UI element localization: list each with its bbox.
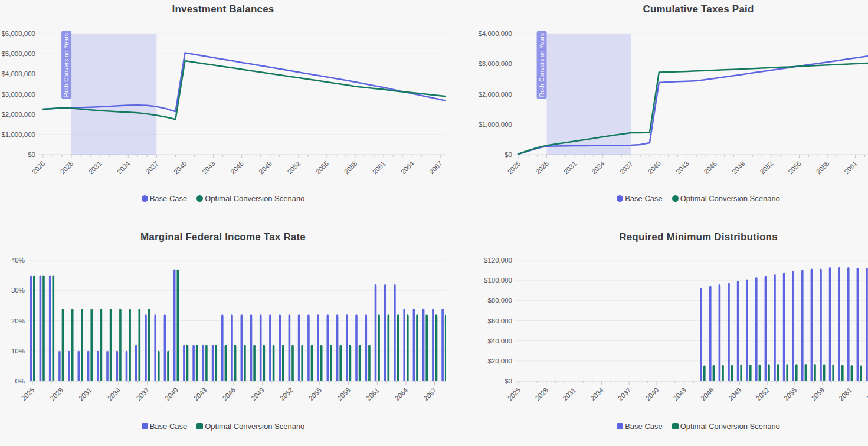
x-tick-label: 2049 bbox=[727, 386, 743, 402]
legend-item-optimal[interactable]: Optimal Conversion Scenario bbox=[672, 194, 780, 203]
x-tick-label: 2064 bbox=[865, 386, 868, 402]
bar bbox=[212, 345, 214, 382]
bar bbox=[202, 345, 205, 382]
x-tick-label: 2046 bbox=[703, 160, 719, 176]
bar bbox=[126, 351, 128, 381]
bar bbox=[866, 268, 868, 381]
y-tick-label: $5,000,000 bbox=[1, 50, 35, 57]
x-tick-label: 2034 bbox=[116, 160, 132, 176]
x-tick-label: 2037 bbox=[617, 386, 633, 402]
x-tick-label: 2031 bbox=[561, 386, 577, 402]
bar bbox=[173, 269, 176, 381]
bar bbox=[225, 345, 227, 382]
bar bbox=[841, 365, 844, 381]
bar bbox=[263, 345, 266, 382]
bar bbox=[407, 314, 409, 381]
bar bbox=[740, 365, 742, 381]
bar bbox=[154, 314, 156, 381]
chart-card-rmd: Required Minimum Distributions 202520282… bbox=[446, 223, 868, 446]
x-tick-label: 2052 bbox=[755, 386, 771, 402]
bar bbox=[205, 345, 208, 382]
chart-card-cumulative-taxes: Cumulative Taxes Paid Roth Conversion Ye… bbox=[446, 0, 868, 223]
bar bbox=[282, 345, 284, 382]
bar bbox=[805, 364, 807, 381]
x-tick-label: 2034 bbox=[106, 386, 122, 402]
bar bbox=[215, 345, 217, 382]
legend-item-optimal[interactable]: Optimal Conversion Scenario bbox=[196, 422, 304, 431]
x-tick-label: 2034 bbox=[590, 160, 606, 176]
x-tick-label: 2055 bbox=[307, 386, 323, 402]
bar bbox=[279, 314, 281, 381]
legend-swatch-base-case bbox=[142, 423, 148, 429]
bar bbox=[755, 277, 758, 381]
y-tick-label: $0 bbox=[505, 151, 512, 158]
bar bbox=[416, 314, 418, 381]
bar bbox=[774, 274, 776, 381]
legend-item-base-case[interactable]: Base Case bbox=[617, 422, 663, 431]
bar bbox=[53, 276, 55, 381]
legend-swatch-base-case bbox=[142, 195, 148, 202]
bar bbox=[298, 314, 300, 381]
bar bbox=[58, 351, 61, 381]
bar bbox=[783, 273, 785, 381]
y-tick-label: 20% bbox=[11, 317, 25, 324]
bar bbox=[346, 314, 348, 381]
bar bbox=[269, 314, 271, 381]
x-tick-label: 2049 bbox=[258, 160, 274, 176]
x-tick-label: 2040 bbox=[647, 160, 663, 176]
roth-conversion-region bbox=[547, 34, 631, 155]
legend-label-base-case: Base Case bbox=[150, 194, 188, 203]
bar bbox=[339, 345, 342, 382]
legend-item-optimal[interactable]: Optimal Conversion Scenario bbox=[196, 194, 304, 203]
bar bbox=[823, 364, 826, 381]
investment-balances-plot: Roth Conversion Years2025202820312034203… bbox=[0, 0, 446, 225]
bar bbox=[397, 314, 399, 381]
x-tick-label: 2067 bbox=[428, 160, 444, 176]
roth-conversion-label: Roth Conversion Years bbox=[539, 33, 545, 97]
bar bbox=[196, 345, 198, 382]
x-tick-label: 2043 bbox=[201, 160, 217, 176]
bar bbox=[368, 345, 371, 382]
bar bbox=[749, 365, 752, 381]
bar bbox=[759, 365, 761, 381]
bar bbox=[349, 345, 352, 382]
bar bbox=[413, 309, 415, 381]
bar bbox=[273, 345, 275, 382]
bar bbox=[158, 351, 160, 381]
bar bbox=[164, 314, 166, 381]
bar bbox=[327, 314, 329, 381]
legend-label-optimal: Optimal Conversion Scenario bbox=[680, 422, 780, 431]
x-tick-label: 2043 bbox=[192, 386, 208, 402]
bar bbox=[378, 314, 380, 381]
bar bbox=[78, 351, 80, 381]
legend-item-base-case[interactable]: Base Case bbox=[142, 422, 188, 431]
bar bbox=[847, 267, 850, 381]
legend-item-base-case[interactable]: Base Case bbox=[142, 194, 188, 203]
x-tick-label: 2064 bbox=[399, 160, 415, 176]
y-tick-label: 40% bbox=[11, 257, 25, 264]
bar bbox=[234, 345, 237, 382]
y-tick-label: $2,000,000 bbox=[478, 91, 512, 98]
x-tick-label: 2052 bbox=[286, 160, 302, 176]
legend-item-optimal[interactable]: Optimal Conversion Scenario bbox=[672, 422, 780, 431]
legend-label-base-case: Base Case bbox=[150, 422, 188, 431]
x-tick-label: 2028 bbox=[59, 160, 75, 176]
bar bbox=[253, 345, 256, 382]
bar bbox=[375, 284, 377, 381]
legend-item-base-case[interactable]: Base Case bbox=[617, 194, 663, 203]
bar bbox=[119, 309, 122, 381]
bar bbox=[365, 314, 368, 381]
bar bbox=[330, 345, 332, 382]
y-tick-label: $4,000,000 bbox=[1, 70, 35, 77]
bar bbox=[722, 365, 724, 381]
bar bbox=[97, 351, 99, 381]
legend-label-optimal: Optimal Conversion Scenario bbox=[205, 194, 304, 203]
legend-swatch-base-case bbox=[617, 195, 623, 202]
legend-rmd: Base Case Optimal Conversion Scenario bbox=[446, 422, 868, 431]
bar bbox=[100, 309, 103, 381]
bar bbox=[719, 284, 721, 381]
x-tick-label: 2061 bbox=[371, 160, 387, 176]
bar bbox=[336, 314, 339, 381]
bar bbox=[857, 268, 859, 381]
x-tick-label: 2046 bbox=[699, 386, 715, 402]
